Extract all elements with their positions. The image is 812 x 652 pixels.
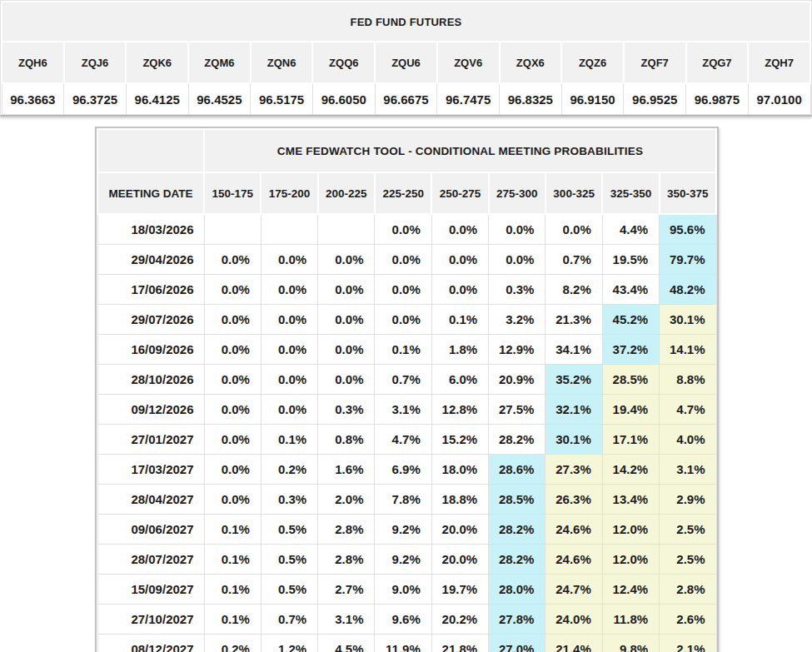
probability-cell: 1.8% — [431, 335, 488, 365]
probability-cell — [261, 214, 317, 245]
probability-cell: 2.8% — [660, 575, 716, 605]
fedwatch-title-row: CME FEDWATCH TOOL - CONDITIONAL MEETING … — [97, 129, 716, 172]
probability-cell: 9.8% — [602, 635, 659, 652]
probability-cell: 43.4% — [602, 275, 659, 305]
meeting-date-cell: 28/07/2027 — [97, 545, 204, 575]
meeting-date-cell: 17/03/2027 — [97, 455, 204, 485]
meeting-date-cell: 08/12/2027 — [97, 635, 204, 652]
futures-price-zqz6: 96.9150 — [561, 83, 624, 115]
probability-cell: 0.5% — [261, 545, 317, 575]
probability-cell: 0.0% — [431, 214, 488, 245]
probability-cell: 0.0% — [261, 305, 317, 335]
probability-cell: 0.0% — [204, 275, 261, 305]
futures-price-zqh7: 97.0100 — [748, 83, 810, 115]
rate-range-header-150-175: 150-175 — [204, 172, 261, 214]
probability-cell: 0.0% — [318, 365, 375, 395]
futures-symbol-zqu6: ZQU6 — [375, 42, 437, 83]
probability-cell: 2.0% — [318, 485, 375, 515]
meeting-date-cell: 09/06/2027 — [97, 515, 204, 545]
probability-cell: 2.5% — [660, 545, 716, 575]
probability-cell: 18.0% — [431, 455, 488, 485]
futures-price-zqh6: 96.3663 — [2, 83, 64, 115]
probability-cell: 0.3% — [261, 485, 317, 515]
probability-cell: 0.7% — [261, 605, 317, 635]
futures-price-zqm6: 96.4525 — [188, 83, 251, 115]
fedwatch-probabilities-table: CME FEDWATCH TOOL - CONDITIONAL MEETING … — [97, 128, 717, 652]
probability-cell: 6.0% — [431, 365, 488, 395]
fedwatch-corner-cell — [97, 129, 204, 172]
probability-cell: 0.0% — [318, 335, 375, 365]
futures-price-zqx6: 96.8325 — [500, 83, 562, 115]
meeting-date-cell: 29/04/2026 — [97, 245, 204, 275]
probability-cell: 0.1% — [375, 335, 431, 365]
probability-cell: 28.2% — [489, 545, 545, 575]
probability-cell: 0.0% — [545, 214, 602, 245]
probability-cell: 2.5% — [660, 515, 716, 545]
fedwatch-row-29-04-2026: 29/04/20260.0%0.0%0.0%0.0%0.0%0.0%0.7%19… — [97, 245, 716, 275]
meeting-date-cell: 15/09/2027 — [97, 575, 204, 605]
futures-symbol-zqk6: ZQK6 — [126, 42, 188, 83]
probability-cell: 27.8% — [489, 605, 545, 635]
meeting-date-header: MEETING DATE — [97, 172, 204, 214]
probability-cell: 24.6% — [545, 515, 602, 545]
probability-cell: 0.0% — [261, 275, 317, 305]
probability-cell: 11.8% — [602, 605, 659, 635]
probability-cell: 20.0% — [431, 545, 488, 575]
probability-cell: 0.1% — [204, 605, 261, 635]
probability-cell: 0.0% — [431, 245, 488, 275]
fedwatch-header-row: MEETING DATE 150-175175-200200-225225-25… — [97, 172, 716, 214]
probability-cell: 0.3% — [489, 275, 545, 305]
fedwatch-row-17-03-2027: 17/03/20270.0%0.2%1.6%6.9%18.0%28.6%27.3… — [97, 455, 716, 485]
probability-cell: 12.9% — [489, 335, 545, 365]
fedwatch-row-16-09-2026: 16/09/20260.0%0.0%0.0%0.1%1.8%12.9%34.1%… — [97, 335, 716, 365]
probability-cell: 0.2% — [204, 635, 261, 652]
probability-cell: 17.1% — [602, 425, 659, 455]
probability-cell: 0.0% — [318, 245, 375, 275]
futures-price-zqn6: 96.5175 — [251, 83, 313, 115]
probability-cell: 3.1% — [375, 395, 431, 425]
probability-cell: 0.3% — [318, 395, 375, 425]
fedwatch-body: 18/03/20260.0%0.0%0.0%0.0%4.4%95.6%29/04… — [97, 214, 716, 652]
probability-cell: 0.7% — [545, 245, 602, 275]
probability-cell: 18.8% — [431, 485, 488, 515]
probability-cell: 0.0% — [489, 214, 545, 245]
probability-cell: 0.0% — [204, 305, 261, 335]
probability-cell: 4.0% — [660, 425, 716, 455]
futures-symbols-row: ZQH6ZQJ6ZQK6ZQM6ZQN6ZQQ6ZQU6ZQV6ZQX6ZQZ6… — [2, 42, 810, 83]
meeting-date-cell: 27/10/2027 — [97, 605, 204, 635]
probability-cell: 35.2% — [545, 365, 602, 395]
probability-cell: 15.2% — [431, 425, 488, 455]
probability-cell: 19.4% — [602, 395, 659, 425]
probability-cell: 4.7% — [375, 425, 431, 455]
futures-symbol-zqg7: ZQG7 — [686, 42, 749, 83]
futures-price-zqq6: 96.6050 — [312, 83, 375, 115]
probability-cell: 0.1% — [431, 305, 488, 335]
probability-cell: 28.2% — [489, 515, 545, 545]
futures-symbol-zqf7: ZQF7 — [624, 42, 686, 83]
futures-price-zqf7: 96.9525 — [624, 83, 686, 115]
fedwatch-row-28-04-2027: 28/04/20270.0%0.3%2.0%7.8%18.8%28.5%26.3… — [97, 485, 716, 515]
probability-cell: 0.0% — [375, 214, 431, 245]
probability-cell: 79.7% — [660, 245, 716, 275]
futures-symbol-zqz6: ZQZ6 — [561, 42, 624, 83]
probability-cell: 27.0% — [489, 635, 545, 652]
probability-cell: 30.1% — [545, 425, 602, 455]
probability-cell: 9.6% — [375, 605, 431, 635]
fedwatch-row-17-06-2026: 17/06/20260.0%0.0%0.0%0.0%0.0%0.3%8.2%43… — [97, 275, 716, 305]
probability-cell: 32.1% — [545, 395, 602, 425]
probability-cell: 2.8% — [318, 545, 375, 575]
probability-cell: 2.1% — [660, 635, 716, 652]
probability-cell: 13.4% — [602, 485, 659, 515]
probability-cell: 0.0% — [489, 245, 545, 275]
rate-range-header-200-225: 200-225 — [318, 172, 375, 214]
probability-cell: 0.0% — [204, 425, 261, 455]
fedwatch-row-18-03-2026: 18/03/20260.0%0.0%0.0%0.0%4.4%95.6% — [97, 214, 716, 245]
probability-cell: 24.6% — [545, 545, 602, 575]
probability-cell: 6.9% — [375, 455, 431, 485]
probability-cell: 0.0% — [375, 275, 431, 305]
probability-cell: 0.0% — [204, 335, 261, 365]
probability-cell: 48.2% — [660, 275, 716, 305]
probability-cell: 9.2% — [375, 545, 431, 575]
probability-cell: 8.2% — [545, 275, 602, 305]
futures-price-zqu6: 96.6675 — [375, 83, 437, 115]
